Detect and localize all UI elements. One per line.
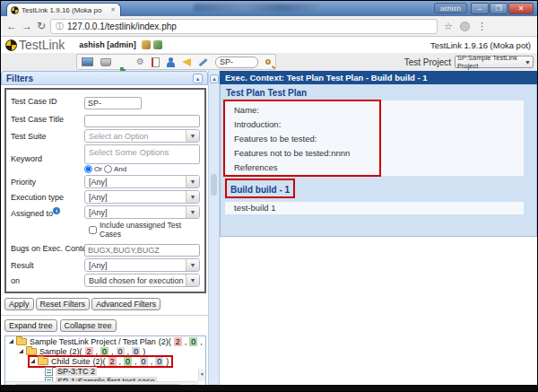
chevron-down-icon: ▼	[186, 206, 199, 218]
filters-form: Test Case ID Test Case Title Test Suite …	[4, 88, 206, 293]
assigned-to-select[interactable]: [Any] ▼	[84, 205, 200, 219]
build-name-row: test-build 1	[225, 202, 524, 214]
test-project-group: Test Project SP:Sample TestLink Project …	[404, 56, 537, 68]
test-project-value: SP:Sample TestLink Project	[457, 54, 525, 70]
divider-line	[1, 315, 208, 316]
megaphone-icon[interactable]	[182, 58, 191, 66]
keyword-or-radio[interactable]	[84, 165, 92, 173]
tree-node-label[interactable]: SP-3:TC 2	[56, 367, 97, 376]
collapse-panel-icon[interactable]: ▲	[193, 74, 203, 83]
background-window-title	[194, 4, 319, 12]
browser-tab[interactable]: TestLink 1.9.16 (Moka po ✕	[6, 3, 121, 16]
test-plan-title: Test Plan Test Plan	[221, 84, 536, 100]
note-icon[interactable]	[152, 57, 160, 67]
reload-icon[interactable]: ↻	[37, 21, 46, 31]
advanced-filters-button[interactable]: Advanced Filters	[91, 298, 161, 310]
tab-title: TestLink 1.9.16 (Moka po	[22, 6, 107, 14]
community-icon[interactable]	[153, 40, 162, 49]
extension-icon[interactable]	[460, 22, 470, 31]
count-passed: 0	[189, 337, 197, 346]
sitemap-icon[interactable]	[118, 57, 129, 67]
result-select[interactable]: [Any] ▼	[84, 258, 200, 272]
url-text[interactable]: 127.0.0.1/testlink/index.php	[67, 22, 177, 31]
expand-tree-button[interactable]: Expand tree	[4, 319, 57, 332]
test-suite-select[interactable]: Select an Option ▼	[84, 129, 200, 143]
chevron-down-icon: ▼	[186, 176, 199, 187]
splitter-collapse-icon[interactable]: ▲	[210, 74, 219, 83]
test-case-title-label: Test Case Title	[11, 115, 84, 124]
bugs-label: Bugs on Exec. Context	[11, 244, 84, 253]
tree-expand-icon[interactable]	[19, 349, 23, 353]
vertical-scrollbar[interactable]: ▼	[198, 369, 205, 381]
include-unassigned-label: Include unassigned Test Cases	[100, 221, 200, 239]
keyword-and-radio[interactable]	[104, 165, 112, 173]
count-passed: 0	[124, 357, 132, 366]
test-project-label: Test Project	[404, 57, 451, 67]
tree-node-child-suite[interactable]: Child Suite (2)(2,0,0,0)	[5, 356, 205, 366]
chevron-down-icon: ▼	[525, 59, 531, 65]
tree-expand-icon[interactable]	[9, 339, 13, 344]
exec-context-header: Exec. Context: Test Plan Test Plan - Bui…	[220, 71, 537, 84]
count-notrun: 2	[174, 337, 182, 346]
quick-search-input[interactable]	[215, 57, 258, 68]
bugs-input[interactable]	[84, 244, 200, 257]
testlink-logo-icon	[5, 39, 17, 51]
tree-node-project[interactable]: Sample TestLink Project / Test Plan (2)(…	[5, 336, 205, 346]
test-case-id-input[interactable]	[84, 97, 142, 109]
keyword-multiselect[interactable]: Select Some Options	[84, 144, 200, 164]
exec-context-body: Test Plan Test Plan Name: Introduction: …	[220, 84, 537, 237]
restore-button[interactable]: ❐	[490, 3, 508, 14]
tree-node-label[interactable]: Sample TestLink Project / Test Plan	[30, 337, 156, 346]
filters-title: Filters	[6, 74, 33, 83]
page-info-icon[interactable]: ⓘ	[56, 21, 64, 32]
priority-label: Priority	[11, 178, 84, 187]
execution-type-select[interactable]: [Any] ▼	[84, 190, 200, 204]
address-bar[interactable]: ⓘ 127.0.0.1/testlink/index.php	[50, 19, 438, 34]
keyword-and-label: And	[114, 165, 126, 173]
info-icon[interactable]: i	[53, 207, 60, 214]
window-titlebar: TestLink 1.9.16 (Moka po ✕ ashish – ❐ ✕	[1, 1, 537, 16]
user-icon[interactable]	[167, 62, 175, 67]
filter-buttons: Apply Reset Filters Advanced Filters	[4, 298, 204, 310]
apply-button[interactable]: Apply	[4, 298, 34, 310]
forward-icon[interactable]: →	[22, 21, 32, 31]
tree-expand-icon[interactable]	[30, 359, 35, 363]
image-icon[interactable]	[82, 57, 93, 66]
count-failed: 0	[205, 337, 206, 346]
cart-icon[interactable]	[100, 58, 111, 66]
collapse-tree-button[interactable]: Collapse tree	[60, 319, 117, 332]
on-select[interactable]: Build chosen for execution ▼	[84, 274, 200, 287]
reset-filters-button[interactable]: Reset Filters	[36, 298, 91, 310]
tab-close-icon[interactable]: ✕	[109, 6, 117, 13]
count-notrun: 2	[108, 357, 117, 366]
assigned-to-label: Assigned toi	[11, 207, 84, 218]
include-unassigned-checkbox[interactable]	[89, 226, 97, 234]
panel-splitter[interactable]: ▲	[208, 71, 220, 385]
settings-icon[interactable]	[142, 40, 151, 49]
search-icon[interactable]	[265, 59, 271, 65]
bookmark-star-icon[interactable]: ☆	[444, 21, 453, 32]
count-blocked: 0	[155, 357, 163, 366]
overflow-menu-icon[interactable]: ⋮	[477, 21, 487, 32]
splitter-handle[interactable]	[211, 174, 217, 196]
count-failed: 0	[140, 357, 148, 366]
close-button[interactable]: ✕	[508, 3, 534, 14]
plan-field: Features to be tested:	[234, 132, 524, 146]
tree-node-label[interactable]: Child Suite	[51, 357, 91, 366]
priority-select[interactable]: [Any] ▼	[84, 175, 200, 188]
nav-icon-strip: ⚙	[76, 54, 276, 70]
tools-icon[interactable]: ⚙	[136, 57, 144, 66]
testlink-favicon	[11, 6, 19, 14]
main-area: Filters ▲ Test Case ID Test Case Title T…	[1, 71, 537, 385]
folder-icon	[26, 348, 37, 355]
pencil-icon[interactable]	[198, 57, 207, 65]
plan-field: References	[234, 161, 524, 175]
exec-context-panel: Exec. Context: Test Plan Test Plan - Bui…	[220, 71, 537, 385]
tree-node-testcase[interactable]: SP-3:TC 2	[5, 366, 205, 376]
test-plan-details: Name: Introduction: Features to be teste…	[225, 100, 524, 176]
test-case-title-input[interactable]	[84, 115, 200, 127]
minimize-button[interactable]: –	[471, 3, 489, 14]
back-icon[interactable]: ←	[6, 21, 17, 31]
chevron-down-icon: ▼	[186, 191, 199, 203]
test-project-select[interactable]: SP:Sample TestLink Project ▼	[455, 56, 534, 68]
